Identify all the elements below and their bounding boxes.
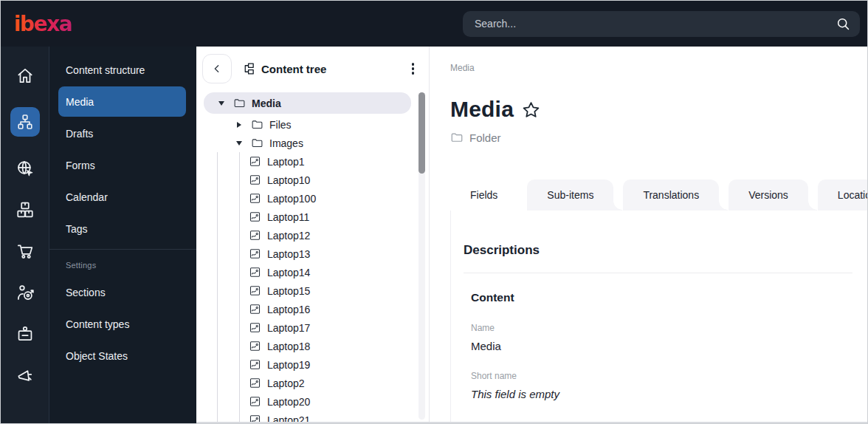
- tree-item-label: Laptop14: [267, 267, 310, 278]
- tab[interactable]: Translations: [623, 179, 719, 211]
- tree-caret-icon[interactable]: [236, 141, 242, 146]
- image-icon: [249, 284, 261, 297]
- image-icon: [249, 266, 261, 278]
- tree-item-label: Laptop12: [267, 230, 310, 242]
- content-structure-icon[interactable]: [10, 107, 40, 137]
- tab[interactable]: Locations: [818, 179, 867, 211]
- search-icon[interactable]: [836, 16, 851, 32]
- field: Name Media: [471, 323, 852, 352]
- product-catalog-icon[interactable]: [16, 200, 35, 219]
- search-input[interactable]: [475, 18, 836, 30]
- tree-row[interactable]: Laptop12: [204, 226, 411, 245]
- tab-label: Fields: [470, 189, 497, 201]
- tree-item-label: Laptop16: [267, 304, 310, 315]
- sidebar-divider: [49, 249, 196, 250]
- tree-options-kebab-icon[interactable]: [407, 58, 419, 79]
- ibexa-logo[interactable]: ibexa: [14, 12, 72, 36]
- content-tree-header: Content tree: [196, 47, 429, 91]
- sidebar-item[interactable]: Calendar: [49, 181, 196, 213]
- page-title: Media: [450, 97, 514, 122]
- sidebar-item-label: Sections: [66, 287, 106, 298]
- tree-row[interactable]: Laptop21: [204, 411, 411, 422]
- commerce-cart-icon[interactable]: [16, 242, 35, 261]
- home-icon[interactable]: [16, 66, 35, 85]
- megaphone-icon[interactable]: [16, 366, 35, 385]
- folder-icon: [251, 137, 264, 149]
- sidebar-item-label: Forms: [66, 160, 95, 171]
- field-value: This field is empty: [471, 388, 852, 400]
- tab[interactable]: Fields: [450, 179, 517, 211]
- tree-row[interactable]: Laptop17: [204, 318, 411, 337]
- tree-scrollbar-track[interactable]: [418, 92, 425, 420]
- image-icon: [249, 321, 261, 334]
- sidebar-item[interactable]: Content structure: [49, 54, 196, 86]
- sidebar-item-label: Calendar: [66, 191, 108, 203]
- tree-row[interactable]: Laptop100: [204, 189, 411, 208]
- field-list: Name Media Short name This field is empt…: [471, 323, 852, 400]
- folder-icon: [233, 97, 246, 109]
- tree-row[interactable]: Laptop13: [204, 245, 411, 263]
- tab[interactable]: Versions: [728, 179, 808, 211]
- sidebar-item[interactable]: Sections: [49, 276, 196, 308]
- image-icon: [249, 211, 261, 223]
- content-tree-title-wrap: Content tree: [242, 62, 326, 75]
- tree-row[interactable]: Laptop2: [204, 374, 411, 392]
- sidebar: Content structure Media Drafts Forms Cal…: [49, 47, 196, 423]
- site-globe-icon[interactable]: [16, 159, 35, 178]
- tree-row[interactable]: Laptop18: [204, 337, 411, 355]
- tree-row[interactable]: Laptop19: [204, 355, 411, 374]
- tree-item-label: Laptop11: [267, 211, 309, 223]
- main-nav-rail: [1, 47, 49, 423]
- sidebar-item[interactable]: Forms: [49, 149, 196, 181]
- sidebar-item[interactable]: Tags: [49, 213, 196, 245]
- tree-row[interactable]: Laptop16: [204, 300, 411, 318]
- sidebar-item[interactable]: Drafts: [49, 117, 196, 149]
- sidebar-item[interactable]: Object States: [49, 340, 196, 372]
- bookmark-star-icon[interactable]: [521, 100, 541, 120]
- tree-item-label: Laptop1: [267, 156, 305, 168]
- global-search: [463, 11, 860, 37]
- tree-item-label: Laptop17: [267, 322, 310, 334]
- sidebar-item-label: Content types: [66, 318, 129, 330]
- tab[interactable]: Sub-items: [527, 179, 613, 211]
- tree-item-label: Laptop10: [267, 174, 310, 186]
- sidebar-item[interactable]: Content types: [49, 308, 196, 340]
- ibexa-admin-window: ibexa: [0, 0, 868, 424]
- tree-item-label: Laptop18: [267, 341, 310, 352]
- sidebar-item[interactable]: Media: [58, 86, 186, 117]
- topbar: ibexa: [1, 1, 867, 47]
- tree-row[interactable]: Laptop10: [204, 171, 411, 189]
- tree-row[interactable]: Laptop15: [204, 281, 411, 300]
- content-area: Content tree Med: [196, 47, 867, 423]
- tree-caret-icon[interactable]: [218, 101, 224, 106]
- sidebar-settings-heading: Settings: [49, 254, 196, 276]
- id-badge-icon[interactable]: [16, 324, 35, 343]
- tree-row[interactable]: Laptop11: [204, 208, 411, 226]
- image-icon: [249, 340, 261, 352]
- tree-row[interactable]: Laptop1: [204, 152, 411, 171]
- page-title-row: Media: [450, 97, 867, 122]
- tree-scrollbar-thumb[interactable]: [418, 92, 425, 174]
- image-icon: [249, 174, 261, 186]
- collapse-tree-button[interactable]: [202, 54, 232, 83]
- chevron-left-icon: [211, 63, 223, 75]
- breadcrumb[interactable]: Media: [450, 63, 867, 73]
- tree-caret-icon[interactable]: [237, 122, 241, 128]
- image-icon: [249, 192, 261, 205]
- content-tree: Media Files: [196, 92, 429, 422]
- image-icon: [249, 229, 261, 242]
- main-panel: Media Media Folder Fields: [430, 47, 867, 422]
- tree-row[interactable]: Files: [204, 115, 411, 134]
- folder-icon: [450, 131, 464, 144]
- tree-row[interactable]: Laptop14: [204, 263, 411, 281]
- tree-item-label: Files: [269, 119, 292, 131]
- tree-row[interactable]: Media: [204, 92, 411, 114]
- tree-row[interactable]: Images: [204, 134, 411, 152]
- fields-panel: Descriptions Content Name Media Short na…: [450, 211, 867, 422]
- sidebar-item-label: Media: [66, 96, 94, 108]
- field: Short name This field is empty: [471, 371, 852, 400]
- sidebar-item-label: Object States: [66, 350, 128, 362]
- tab-label: Versions: [748, 189, 788, 201]
- tree-row[interactable]: Laptop20: [204, 392, 411, 411]
- personalization-target-icon[interactable]: [16, 283, 35, 302]
